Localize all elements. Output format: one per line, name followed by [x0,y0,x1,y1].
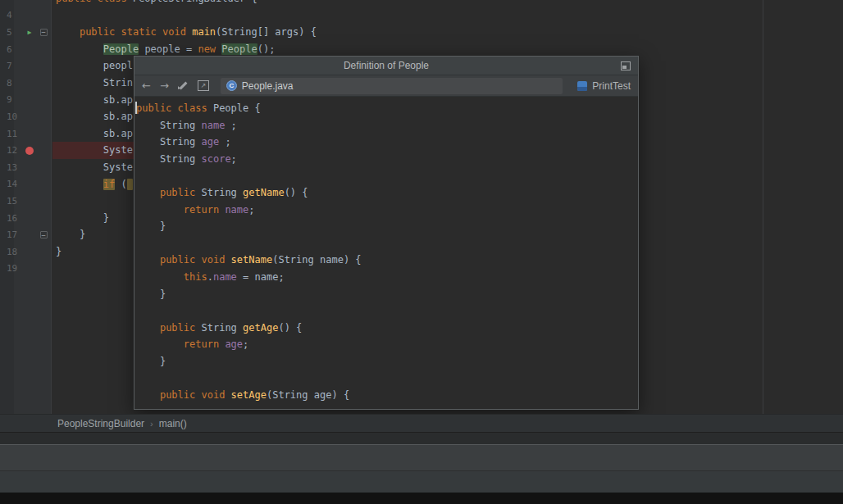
code-line[interactable]: public class People { [136,100,638,117]
line-number: 11 [0,129,21,139]
show-source-icon[interactable]: ↗ [198,80,209,91]
gutter-line[interactable]: 16 [0,210,52,227]
line-number: 13 [0,162,21,173]
breakpoint-icon[interactable] [21,147,38,155]
line-number: 14 [0,179,21,189]
line-number: 16 [0,213,21,224]
gutter-line[interactable]: 14 [0,176,52,193]
gutter-line[interactable]: 10 [0,108,52,125]
line-number: 18 [0,247,21,257]
text-caret [135,102,137,114]
popup-title: Definition of People [344,60,429,71]
edit-source-icon[interactable] [178,80,189,91]
line-number: 19 [0,263,21,274]
open-in-window-icon[interactable] [621,61,631,70]
fold-marker-slot[interactable]: − [38,29,49,36]
gutter-line[interactable]: 8 [0,75,52,92]
gutter-line[interactable]: 18 [0,243,52,261]
fold-marker-icon[interactable]: − [40,231,48,238]
code-line[interactable]: this.name = name; [136,269,638,286]
breadcrumb-item-class[interactable]: PeopleStringBuilder [57,418,144,429]
code-line[interactable] [136,235,638,252]
tool-window-header-strip [0,444,843,470]
code-line[interactable]: public class PeopleStringBuilder { [56,0,843,7]
breadcrumb-item-method[interactable]: main() [159,418,187,429]
gutter-line[interactable]: 5▶− [0,24,52,41]
code-line[interactable]: public String getName() { [136,184,638,202]
code-line[interactable]: public String getAge() { [136,320,638,337]
editor-pane[interactable]: 45▶−67891011121314151617−1819 public cla… [0,0,843,414]
popup-toolbar: ← → ↗ C People.java PrintTest [134,75,638,97]
gutter-line[interactable]: 13 [0,159,52,176]
gutter-line[interactable]: 7 [0,57,52,75]
code-line[interactable]: return name; [136,202,638,219]
run-icon[interactable]: ▶ [21,29,38,36]
file-name: People.java [242,80,294,92]
gutter-line[interactable]: 4 [0,7,52,25]
line-number: 9 [0,94,21,105]
code-line[interactable]: } [136,353,638,370]
tool-window-body-strip [0,470,843,493]
code-line[interactable]: } [136,286,638,303]
line-number: 15 [0,196,21,207]
gutter-line[interactable]: 19 [0,261,52,278]
gutter-line[interactable]: 11 [0,125,52,143]
line-number: 8 [0,78,21,89]
line-number: 6 [0,44,21,55]
class-icon: C [226,80,237,91]
code-line[interactable]: String name ; [136,117,638,134]
breadcrumb-bar: PeopleStringBuilder › main() [0,414,843,432]
line-number: 17 [0,229,21,240]
line-number: 4 [0,10,21,20]
gutter-line[interactable]: 12 [0,142,52,159]
gutter-line[interactable]: 9 [0,92,52,109]
quick-definition-popup: Definition of People ← → ↗ C People.java… [134,56,639,410]
module-indicator[interactable]: PrintTest [574,80,631,92]
breadcrumb-separator-icon: › [150,419,153,429]
code-line[interactable] [56,7,843,25]
fold-marker-icon[interactable]: − [40,29,48,36]
back-icon[interactable]: ← [142,80,151,91]
module-name: PrintTest [592,80,631,92]
gutter-line[interactable]: 6 [0,41,52,58]
panel-divider-strip [0,432,843,444]
taskbar-black-strip [0,493,843,504]
code-line[interactable] [136,370,638,388]
code-line[interactable]: public static void main(String[] args) { [56,24,843,41]
gutter-line[interactable]: 17− [0,226,52,243]
code-line[interactable]: public void setAge(String age) { [136,387,638,404]
code-line[interactable]: public void setName(String name) { [136,252,638,269]
fold-marker-slot[interactable]: − [38,231,49,238]
line-number: 10 [0,111,21,122]
code-line[interactable] [136,167,638,184]
line-number: 7 [0,61,21,71]
module-icon [577,81,587,91]
code-line[interactable]: return age; [136,336,638,353]
popup-code-lines[interactable]: public class People { String name ; Stri… [134,97,638,409]
code-line[interactable] [136,302,638,320]
gutter-line[interactable] [0,0,52,7]
ide-screen: 45▶−67891011121314151617−1819 public cla… [0,0,843,504]
code-line[interactable]: String age ; [136,134,638,151]
line-number: 5 [0,27,21,38]
popup-title-bar[interactable]: Definition of People [134,57,638,75]
code-line[interactable]: String score; [136,151,638,168]
forward-icon[interactable]: → [160,80,169,91]
line-number: 12 [0,145,21,156]
editor-gutter-rows[interactable]: 45▶−67891011121314151617−1819 [0,0,52,277]
file-breadcrumb[interactable]: C People.java [221,78,563,94]
gutter-line[interactable]: 15 [0,193,52,210]
code-line[interactable]: } [136,218,638,235]
